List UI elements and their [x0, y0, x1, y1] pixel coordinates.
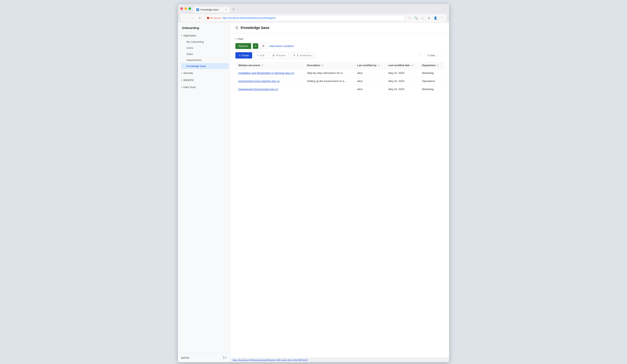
extensions-icon[interactable]: ⚙: [426, 15, 432, 21]
sidebar-title: Onboarding: [178, 22, 230, 32]
status-bar-url: https://localhost:8443/webdav/link/100a2…: [233, 359, 308, 361]
rows-count: 3 rows: [427, 54, 435, 57]
first-page-button[interactable]: «: [418, 53, 422, 58]
sidebar-section-header-data-tools[interactable]: ▸ Data Tools: [178, 84, 230, 90]
cell-last-modified-by-2: alice: [354, 85, 386, 93]
sidebar-item-label-knowledge-base: Knowledge base: [186, 65, 206, 68]
col-label-last-modified-by: Last modified by: [357, 64, 376, 67]
cell-webdav-document-0: Installation and Registration in Service…: [236, 69, 304, 77]
edit-label: Edit: [260, 54, 264, 57]
more-button[interactable]: ⋮: [439, 15, 445, 21]
doc-link-2[interactable]: Development Environment.xlsx v1: [238, 88, 278, 91]
sidebar-item-departments[interactable]: Departments: [181, 57, 229, 63]
chevron-data-tools-icon: ▸: [181, 87, 183, 88]
browser-menu-button[interactable]: ⋮: [441, 6, 447, 12]
edit-button[interactable]: ✎ Edit: [254, 52, 267, 58]
sidebar-items-application: My onboarding Users Steps Departments Kn: [178, 39, 230, 69]
hamburger-icon[interactable]: ☰: [235, 26, 238, 30]
cell-department-0: Marketing: [419, 69, 444, 77]
sidebar-item-label-departments: Departments: [186, 58, 201, 61]
address-bar[interactable]: ! Not Secure https://localhost:8443/webd…: [204, 15, 405, 21]
refresh-button[interactable]: Refresh: [235, 43, 251, 49]
next-page-button[interactable]: ›: [437, 53, 440, 58]
sidebar-footer: [admin]: [178, 353, 230, 362]
last-page-button[interactable]: »: [441, 53, 444, 58]
cell-description-2: [304, 85, 354, 93]
maximize-button[interactable]: [188, 7, 191, 10]
data-table: Webdav document ⇅ Description ⇅ Last mod…: [235, 62, 444, 93]
filter-toggle[interactable]: ▾ Filter: [235, 38, 444, 41]
cell-last-modified-date-1: May 23, 2024: [386, 77, 419, 85]
cell-last-modified-by-0: alice: [354, 69, 386, 77]
cell-description-1: Setting up the environment on a...: [304, 77, 354, 85]
doc-link-0[interactable]: Installation and Registration in Service…: [238, 71, 294, 74]
traffic-lights: [180, 7, 191, 10]
create-button[interactable]: + Create: [235, 52, 252, 58]
new-tab-button[interactable]: +: [231, 6, 236, 12]
sidebar-section-label-webdav: WebDAV: [183, 79, 194, 82]
chevron-application-icon: ▾: [181, 34, 182, 37]
sidebar-section-header-application[interactable]: ▾ Application: [178, 32, 230, 39]
chevron-webdav-icon: ▸: [181, 80, 183, 81]
sort-icon-last-modified-by: ⇅: [378, 64, 380, 67]
sidebar-section-data-tools: ▸ Data Tools: [178, 84, 230, 90]
sidebar-item-my-onboarding[interactable]: My onboarding: [181, 39, 229, 45]
sidebar-item-steps[interactable]: Steps: [181, 51, 229, 57]
not-secure-label: Not Secure: [210, 17, 221, 19]
filter-settings-button[interactable]: ⚙: [260, 43, 267, 49]
sidebar-item-label-users: Users: [186, 46, 193, 50]
sidebar-item-label-steps: Steps: [186, 52, 193, 55]
sidebar-section-webdav: ▸ WebDAV: [178, 77, 230, 83]
reload-button[interactable]: ↻: [197, 15, 203, 21]
pagination-info: « ‹ 3 rows › »: [418, 53, 444, 58]
tab-close-button[interactable]: ✕: [224, 8, 227, 11]
cell-last-modified-date-2: May 23, 2024: [386, 85, 419, 93]
table-row: Development Environment.xlsx v1aliceMay …: [236, 85, 444, 93]
col-label-webdav-document: Webdav document: [238, 64, 260, 67]
col-label-department: Department: [422, 64, 435, 67]
forward-button[interactable]: →: [190, 15, 195, 21]
create-plus-icon: +: [239, 54, 240, 57]
cell-last-modified-by-1: alice: [354, 77, 386, 85]
browser-tab-active[interactable]: K Knowledge base ✕: [194, 7, 230, 12]
browser-titlebar: K Knowledge base ✕ + ⋮ ← → ↻ ! Not Secur…: [178, 4, 449, 22]
minimize-button[interactable]: [184, 7, 187, 10]
profile-icon[interactable]: 👤: [432, 15, 438, 21]
not-secure-indicator: ! Not Secure: [207, 17, 221, 19]
download-button[interactable]: ⬇ ⬇ Download: [290, 52, 314, 58]
table-row: environment-Linux-machine.xlsx v1Setting…: [236, 77, 444, 85]
sidebar-section-application: ▾ Application My onboarding Users Steps: [178, 32, 230, 69]
sidebar-section-label-security: Security: [183, 71, 193, 74]
col-header-last-modified-by[interactable]: Last modified by ⇅: [354, 62, 386, 69]
refresh-dropdown-button[interactable]: ▾: [253, 43, 258, 49]
sidebar-section-header-security[interactable]: ▸ Security: [178, 70, 230, 76]
bookmark-icon[interactable]: ☆: [419, 15, 425, 21]
doc-link-1[interactable]: environment-Linux-machine.xlsx v1: [238, 80, 280, 83]
sidebar-section-label-data-tools: Data Tools: [183, 86, 196, 89]
prev-page-button[interactable]: ‹: [423, 53, 426, 58]
screen-capture-icon[interactable]: □: [407, 15, 412, 21]
sidebar-user-label: [admin]: [181, 356, 189, 359]
sidebar-item-knowledge-base[interactable]: Knowledge base: [181, 63, 229, 69]
col-header-last-modified-date[interactable]: Last modified date ⇅: [386, 62, 419, 69]
col-header-description[interactable]: Description ⇅: [304, 62, 354, 69]
cell-description-0: Step-by-step instructions for in...: [304, 69, 354, 77]
remove-button[interactable]: 🗑 Remove: [269, 52, 289, 58]
col-header-department[interactable]: Department ⇅: [419, 62, 444, 69]
create-label: Create: [241, 54, 249, 57]
zoom-icon[interactable]: 🔍: [413, 15, 419, 21]
col-header-webdav-document[interactable]: Webdav document ⇅: [236, 62, 304, 69]
filter-label: Filter: [238, 38, 244, 41]
filter-chevron-icon: ▾: [235, 38, 236, 40]
add-condition-button[interactable]: Add search condition: [268, 44, 295, 48]
logout-button[interactable]: [223, 356, 227, 360]
sidebar-section-header-webdav[interactable]: ▸ WebDAV: [178, 77, 230, 83]
cell-department-1: Operations: [419, 77, 444, 85]
url-text[interactable]: https://localhost:8443/webdavDocumentWra…: [222, 17, 402, 19]
main-header: ☰ Knowledge base: [230, 22, 449, 33]
settings-icon: ⚙: [262, 44, 265, 48]
chevron-security-icon: ▸: [181, 72, 183, 73]
back-button[interactable]: ←: [182, 15, 188, 21]
sidebar-item-users[interactable]: Users: [181, 45, 229, 51]
close-button[interactable]: [180, 7, 183, 10]
